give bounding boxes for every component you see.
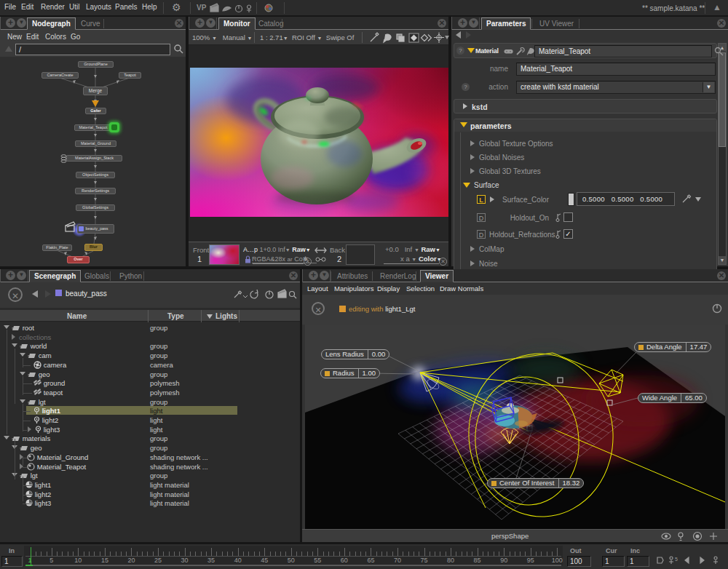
svg-text:5: 5 bbox=[675, 557, 678, 562]
